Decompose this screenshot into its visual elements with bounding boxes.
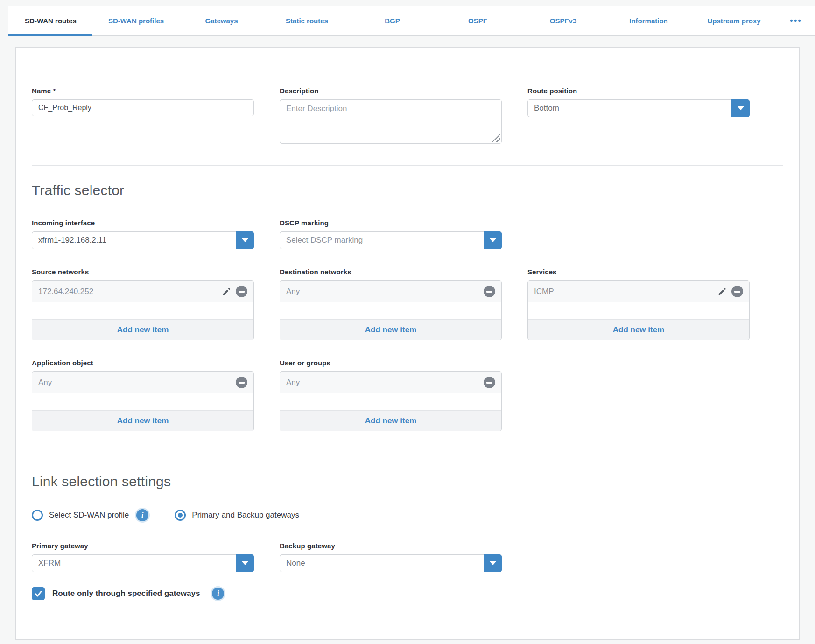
dscp-marking-value: Select DSCP marking — [286, 236, 363, 245]
tab-sdwan-routes[interactable]: SD-WAN routes — [8, 6, 93, 35]
list-item-text: 172.64.240.252 — [38, 287, 221, 296]
tab-gateways[interactable]: Gateways — [179, 6, 264, 35]
list-item-text: ICMP — [534, 287, 717, 296]
chevron-down-icon[interactable] — [236, 231, 254, 249]
backup-gateway-label: Backup gateway — [280, 542, 502, 550]
tab-information[interactable]: Information — [606, 6, 691, 35]
link-selection-heading: Link selection settings — [32, 474, 783, 490]
minus-circle-icon[interactable] — [236, 286, 247, 297]
dscp-marking-select[interactable]: Select DSCP marking — [280, 231, 502, 249]
list-item: 172.64.240.252 — [32, 281, 253, 302]
tab-bar: SD-WAN routes SD-WAN profiles Gateways S… — [8, 6, 815, 36]
list-item-text: Any — [286, 287, 484, 296]
source-networks-list: 172.64.240.252 Add new item — [32, 280, 254, 340]
list-empty-area — [280, 302, 501, 319]
incoming-interface-select[interactable]: xfrm1-192.168.2.11 — [32, 231, 254, 249]
list-empty-area — [32, 302, 253, 319]
chevron-down-icon[interactable] — [484, 231, 502, 249]
description-textarea[interactable] — [280, 99, 502, 144]
list-empty-area — [32, 393, 253, 410]
route-only-row: Route only through specified gateways i — [32, 587, 783, 600]
info-icon[interactable]: i — [212, 588, 224, 600]
add-new-item-button[interactable]: Add new item — [280, 319, 501, 340]
add-new-item-button[interactable]: Add new item — [32, 410, 253, 431]
backup-gateway-value: None — [286, 559, 305, 568]
route-only-checkbox[interactable] — [32, 587, 45, 600]
description-label: Description — [280, 87, 502, 95]
chevron-down-icon[interactable] — [236, 554, 254, 572]
primary-gateway-label: Primary gateway — [32, 542, 254, 550]
application-object-list: Any Add new item — [32, 371, 254, 431]
add-new-item-button[interactable]: Add new item — [528, 319, 749, 340]
traffic-selector-heading: Traffic selector — [32, 182, 783, 198]
destination-networks-list: Any Add new item — [280, 280, 502, 340]
list-item: ICMP — [528, 281, 749, 302]
radio-button-icon[interactable] — [175, 510, 186, 521]
route-position-select[interactable]: Bottom — [527, 99, 750, 117]
application-object-label: Application object — [32, 359, 254, 367]
add-new-item-button[interactable]: Add new item — [280, 410, 501, 431]
pencil-icon[interactable] — [221, 287, 232, 297]
list-item-text: Any — [286, 378, 484, 387]
list-item: Any — [280, 281, 501, 302]
tab-upstream-proxy[interactable]: Upstream proxy — [691, 6, 777, 35]
add-new-item-button[interactable]: Add new item — [32, 319, 253, 340]
tab-sdwan-profiles[interactable]: SD-WAN profiles — [93, 6, 179, 35]
section-divider — [32, 165, 783, 166]
sdwan-route-form: Name * Description Route position Bottom… — [15, 47, 800, 640]
list-item: Any — [32, 372, 253, 393]
tab-bgp[interactable]: BGP — [350, 6, 435, 35]
user-or-groups-list: Any Add new item — [280, 371, 502, 431]
incoming-interface-value: xfrm1-192.168.2.11 — [38, 236, 106, 245]
route-position-value: Bottom — [534, 104, 559, 113]
dscp-marking-label: DSCP marking — [280, 219, 502, 227]
name-label: Name * — [32, 87, 254, 95]
radio-button-icon[interactable] — [32, 510, 43, 521]
tab-ospfv3[interactable]: OSPFv3 — [520, 6, 606, 35]
user-or-groups-label: User or groups — [280, 359, 502, 367]
tab-ospf[interactable]: OSPF — [435, 6, 520, 35]
tab-static-routes[interactable]: Static routes — [264, 6, 350, 35]
backup-gateway-select[interactable]: None — [280, 554, 502, 572]
list-item-text: Any — [38, 378, 236, 387]
name-input[interactable] — [32, 99, 254, 116]
services-label: Services — [527, 268, 750, 276]
minus-circle-icon[interactable] — [484, 377, 495, 388]
pencil-icon[interactable] — [717, 287, 727, 297]
link-selection-options: Select SD-WAN profile i Primary and Back… — [32, 509, 783, 521]
minus-circle-icon[interactable] — [236, 377, 247, 388]
chevron-down-icon[interactable] — [731, 99, 750, 117]
services-list: ICMP Add new item — [527, 280, 750, 340]
radio-label: Select SD-WAN profile — [49, 511, 129, 520]
route-position-label: Route position — [527, 87, 750, 95]
section-divider — [32, 455, 783, 455]
primary-gateway-value: XFRM — [38, 559, 61, 568]
chevron-down-icon[interactable] — [484, 554, 502, 572]
list-empty-area — [280, 393, 501, 410]
minus-circle-icon[interactable] — [731, 286, 743, 297]
minus-circle-icon[interactable] — [484, 286, 495, 297]
route-only-label: Route only through specified gateways — [52, 589, 200, 598]
radio-select-sdwan-profile[interactable]: Select SD-WAN profile — [32, 510, 129, 521]
list-empty-area — [528, 302, 749, 319]
destination-networks-label: Destination networks — [280, 268, 502, 276]
radio-label: Primary and Backup gateways — [192, 511, 299, 520]
radio-primary-backup-gateways[interactable]: Primary and Backup gateways — [175, 510, 299, 521]
info-icon[interactable]: i — [136, 509, 148, 521]
source-networks-label: Source networks — [32, 268, 254, 276]
primary-gateway-select[interactable]: XFRM — [32, 554, 254, 572]
incoming-interface-label: Incoming interface — [32, 219, 254, 227]
list-item: Any — [280, 372, 501, 393]
ellipsis-icon[interactable]: ••• — [777, 6, 815, 35]
